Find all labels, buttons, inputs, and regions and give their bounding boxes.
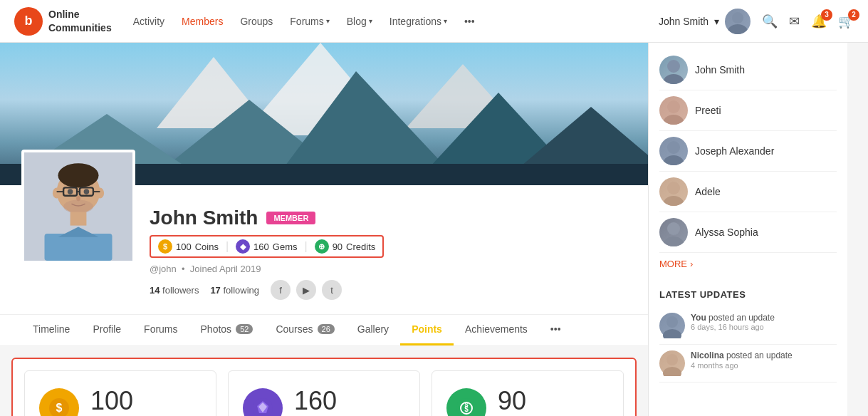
cards-grid: $ 100 Coins bbox=[24, 370, 624, 416]
credits-card-info: 90 Credits bbox=[498, 388, 529, 416]
svg-point-1 bbox=[728, 24, 748, 34]
sidebar: John Smith Preeti Jose bbox=[648, 43, 847, 416]
gems-card-info: 160 Gems bbox=[294, 388, 337, 416]
nav-integrations[interactable]: Integrations ▾ bbox=[389, 16, 447, 27]
tabs-bar: Timeline Profile Forums Photos 52 Course… bbox=[0, 314, 648, 346]
coins-card: $ 100 Coins bbox=[24, 370, 216, 416]
update-text-2: Nicolina posted an update 4 months ago bbox=[691, 350, 837, 370]
svg-point-14 bbox=[58, 163, 99, 187]
member-name-alyssa: Alyssa Sophia bbox=[695, 227, 758, 238]
page-layout: John Smith Member $ 100 Coins | ◆ 160 Ge… bbox=[0, 43, 868, 416]
user-menu[interactable]: John Smith ▾ bbox=[659, 9, 751, 34]
svg-point-22 bbox=[68, 189, 73, 194]
following-count[interactable]: 17 following bbox=[210, 285, 259, 296]
profile-info: John Smith Member $ 100 Coins | ◆ 160 Ge… bbox=[135, 199, 627, 307]
latest-updates-title: LATEST UPDATES bbox=[659, 289, 837, 300]
nav-more[interactable]: ••• bbox=[464, 16, 475, 27]
credits-point: ⊕ 90 Credits bbox=[315, 239, 376, 254]
profile-meta: @john • Joined April 2019 bbox=[150, 264, 612, 274]
tab-photos[interactable]: Photos 52 bbox=[189, 315, 265, 345]
profile-section: John Smith Member $ 100 Coins | ◆ 160 Ge… bbox=[0, 185, 648, 314]
youtube-icon[interactable]: ▶ bbox=[296, 280, 316, 300]
main-content: John Smith Member $ 100 Coins | ◆ 160 Ge… bbox=[0, 43, 648, 416]
gems-card-value: 160 bbox=[294, 388, 337, 414]
svg-rect-27 bbox=[70, 212, 87, 226]
svg-point-40 bbox=[664, 115, 684, 125]
svg-point-39 bbox=[667, 100, 680, 113]
tab-achievements[interactable]: Achievements bbox=[454, 315, 539, 345]
coin-icon: $ bbox=[158, 239, 172, 254]
profile-name: John Smith bbox=[150, 207, 258, 229]
svg-point-15 bbox=[53, 187, 61, 198]
sidebar-members: John Smith Preeti Jose bbox=[659, 50, 837, 275]
separator1: | bbox=[226, 240, 229, 253]
svg-point-38 bbox=[664, 74, 684, 84]
svg-point-16 bbox=[96, 187, 104, 198]
more-chevron-icon: › bbox=[690, 259, 693, 269]
twitter-icon[interactable]: t bbox=[322, 280, 342, 300]
more-members-link[interactable]: MORE › bbox=[659, 253, 837, 275]
credits-card-value: 90 bbox=[498, 388, 529, 414]
profile-avatar bbox=[21, 150, 135, 264]
nav-groups[interactable]: Groups bbox=[240, 16, 273, 27]
sidebar-member-john[interactable]: John Smith bbox=[659, 50, 837, 90]
update-1: You posted an update 6 days, 16 hours ag… bbox=[659, 307, 837, 345]
tab-gallery[interactable]: Gallery bbox=[346, 315, 400, 345]
messages-icon[interactable]: ✉ bbox=[789, 14, 800, 29]
tab-courses[interactable]: Courses 26 bbox=[264, 315, 345, 345]
sidebar-member-joseph[interactable]: Joseph Alexander bbox=[659, 131, 837, 172]
social-icons: f ▶ t bbox=[271, 280, 342, 300]
coins-card-value: 100 bbox=[90, 388, 133, 414]
member-name-adele: Adele bbox=[695, 186, 721, 197]
profile-name-row: John Smith Member bbox=[150, 207, 612, 229]
coins-card-info: 100 Coins bbox=[90, 388, 133, 416]
search-icon[interactable]: 🔍 bbox=[762, 14, 778, 29]
svg-point-42 bbox=[664, 155, 684, 165]
notifications-icon[interactable]: 🔔 3 bbox=[811, 14, 827, 29]
credits-label: Credits bbox=[346, 241, 375, 252]
member-name-preeti: Preeti bbox=[695, 105, 721, 116]
tab-timeline[interactable]: Timeline bbox=[21, 315, 81, 345]
logo[interactable]: b Online Communities bbox=[14, 7, 112, 36]
nav-blog[interactable]: Blog ▾ bbox=[347, 16, 372, 27]
svg-point-44 bbox=[664, 196, 684, 206]
update-avatar-2 bbox=[659, 350, 685, 376]
svg-point-47 bbox=[666, 316, 678, 328]
sidebar-member-preeti[interactable]: Preeti bbox=[659, 90, 837, 131]
tab-forums[interactable]: Forums bbox=[132, 315, 189, 345]
tab-profile[interactable]: Profile bbox=[81, 315, 132, 345]
sidebar-member-alyssa[interactable]: Alyssa Sophia bbox=[659, 212, 837, 253]
tab-more[interactable]: ••• bbox=[539, 315, 572, 345]
svg-point-25 bbox=[63, 200, 93, 214]
joined-date: Joined April 2019 bbox=[190, 264, 261, 274]
nav-members[interactable]: Members bbox=[182, 16, 223, 27]
sidebar-avatar-john bbox=[659, 56, 688, 84]
sidebar-member-adele[interactable]: Adele bbox=[659, 172, 837, 212]
logo-icon: b bbox=[14, 7, 43, 36]
latest-updates: LATEST UPDATES You posted an update 6 da… bbox=[659, 289, 837, 383]
nav-activity[interactable]: Activity bbox=[133, 16, 164, 27]
points-cards-wrapper: $ 100 Coins bbox=[11, 358, 637, 416]
tab-points[interactable]: Points bbox=[400, 315, 454, 345]
nav-username: John Smith bbox=[659, 16, 708, 27]
update-2: Nicolina posted an update 4 months ago bbox=[659, 345, 837, 383]
cart-icon[interactable]: 🛒 2 bbox=[838, 14, 854, 29]
coins-label: Coins bbox=[195, 241, 219, 252]
svg-point-0 bbox=[732, 12, 743, 24]
sidebar-avatar-joseph bbox=[659, 137, 688, 165]
nav-forums[interactable]: Forums ▾ bbox=[290, 16, 329, 27]
followers-count[interactable]: 14 followers bbox=[150, 285, 199, 296]
nav-links: Activity Members Groups Forums ▾ Blog ▾ … bbox=[133, 16, 659, 27]
member-name-john: John Smith bbox=[695, 64, 745, 76]
update-text-1: You posted an update 6 days, 16 hours ag… bbox=[691, 313, 775, 331]
user-menu-chevron: ▾ bbox=[714, 16, 719, 27]
points-cards-section: $ 100 Coins bbox=[0, 346, 648, 416]
member-badge: Member bbox=[266, 212, 315, 224]
credit-icon: ⊕ bbox=[315, 239, 329, 254]
facebook-icon[interactable]: f bbox=[271, 280, 291, 300]
svg-point-43 bbox=[667, 182, 680, 194]
gems-card: 160 Gems bbox=[228, 370, 420, 416]
gems-label: Gems bbox=[273, 241, 298, 252]
topnav: b Online Communities Activity Members Gr… bbox=[0, 0, 868, 43]
credits-card: $ $ 90 Credits bbox=[432, 370, 624, 416]
